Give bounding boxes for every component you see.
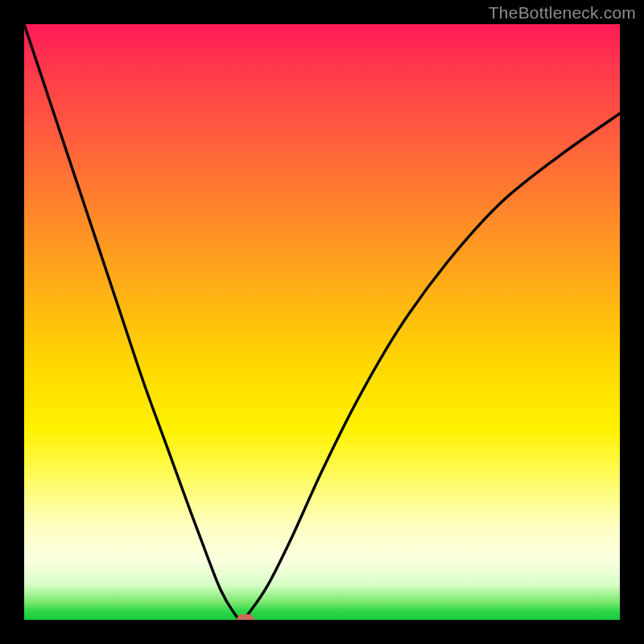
bottleneck-curve: [24, 24, 620, 620]
chart-frame: TheBottleneck.com: [0, 0, 644, 644]
plot-area: [24, 24, 620, 620]
curve-minimum-marker: [237, 614, 254, 620]
watermark-text: TheBottleneck.com: [489, 3, 636, 23]
